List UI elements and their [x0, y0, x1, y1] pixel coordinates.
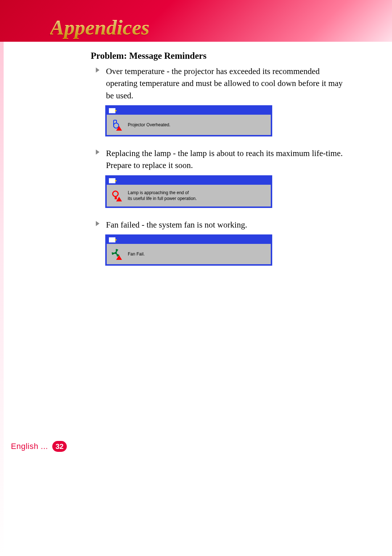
- content-area: Problem: Message Reminders Over temperat…: [91, 51, 352, 277]
- bullet-triangle-icon: [96, 68, 102, 73]
- bullet-item: Replacing the lamp - the lamp is about t…: [96, 147, 352, 172]
- bullet-text: Fan failed - the system fan is not worki…: [106, 219, 247, 231]
- dialog-body: Fan Fail.: [107, 244, 271, 264]
- page-number-badge: 32: [52, 441, 67, 452]
- projector-icon: [109, 108, 115, 113]
- bullet-item: Over temperature - the projector has exc…: [96, 65, 352, 102]
- projector-icon: [109, 237, 115, 242]
- lamp-warning-icon: [111, 191, 121, 201]
- dialog-text: Projector Overheated.: [128, 122, 170, 128]
- bullet-triangle-icon: [96, 150, 102, 155]
- projector-icon: [109, 178, 115, 183]
- bullet-triangle-icon: [96, 221, 102, 226]
- fan-warning-icon: [111, 249, 121, 259]
- dialog-body: Projector Overheated.: [107, 115, 271, 135]
- message-dialog: Fan Fail.: [105, 234, 272, 266]
- dialog-text: Fan Fail.: [128, 251, 145, 257]
- bullet-text: Replacing the lamp - the lamp is about t…: [106, 147, 352, 172]
- footer: English ... 32: [11, 441, 67, 452]
- section-heading: Problem: Message Reminders: [91, 51, 352, 61]
- left-gradient-stripe: [0, 42, 4, 556]
- thermometer-warning-icon: [111, 120, 121, 130]
- dialog-titlebar: [107, 107, 271, 115]
- bullet-text: Over temperature - the projector has exc…: [106, 65, 352, 102]
- page-root: Appendices Problem: Message Reminders Ov…: [0, 0, 392, 556]
- dialog-titlebar: [107, 177, 271, 185]
- message-dialog: Projector Overheated.: [105, 105, 272, 136]
- footer-language: English ...: [11, 442, 48, 451]
- message-dialog: Lamp is approaching the end of its usefu…: [105, 175, 272, 208]
- dialog-text: Lamp is approaching the end of its usefu…: [128, 190, 197, 201]
- dialog-body: Lamp is approaching the end of its usefu…: [107, 185, 271, 207]
- bullet-item: Fan failed - the system fan is not worki…: [96, 219, 352, 231]
- header-band: Appendices: [0, 0, 392, 42]
- header-title: Appendices: [50, 15, 150, 40]
- dialog-titlebar: [107, 236, 271, 244]
